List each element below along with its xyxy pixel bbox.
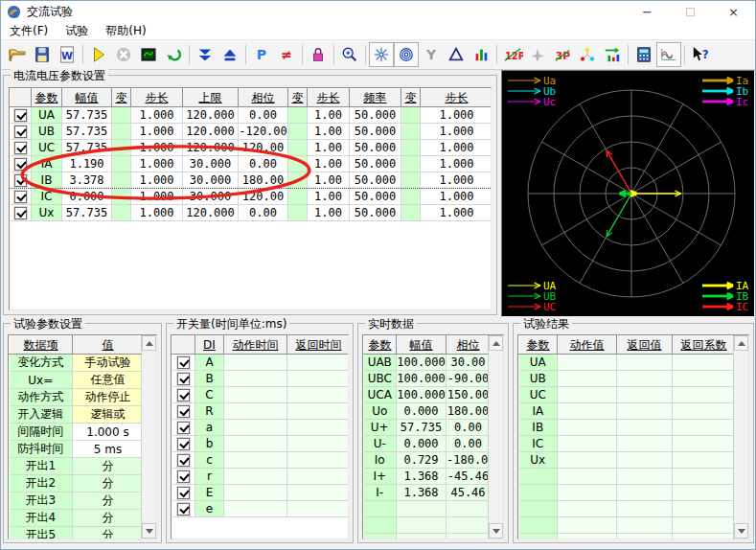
lock-button[interactable] [306, 42, 331, 67]
rays-view-button[interactable] [369, 42, 394, 67]
cell-step3[interactable]: 1.000 [421, 189, 493, 205]
row-checkbox[interactable] [14, 207, 27, 219]
cell-setting-value[interactable]: 5 ms [73, 441, 144, 458]
step-down-button[interactable] [193, 42, 218, 67]
cell-vary3[interactable] [401, 189, 421, 205]
cell-vary2[interactable] [288, 205, 308, 221]
cell-phase[interactable]: 0.00 [239, 156, 288, 172]
cell-frequency[interactable]: 50.000 [350, 189, 401, 205]
scroll-up-button[interactable] [734, 335, 748, 351]
row-checkbox[interactable] [177, 356, 190, 369]
p-marker-button[interactable]: P [249, 42, 274, 67]
cell-frequency[interactable]: 50.000 [350, 172, 401, 189]
menu-file[interactable]: 文件(F) [1, 22, 57, 40]
cell-step1[interactable]: 1.000 [131, 140, 183, 156]
cell-setting-value[interactable]: 手动试验 [73, 355, 144, 372]
save-button[interactable] [30, 42, 55, 67]
cell-setting-value[interactable]: 分 [73, 527, 144, 540]
cell-step1[interactable]: 1.000 [131, 107, 183, 124]
scroll-down-button[interactable] [489, 523, 503, 539]
cell-step2[interactable]: 1.00 [308, 172, 350, 189]
waveform-button[interactable] [656, 42, 681, 67]
cell-step1[interactable]: 1.000 [131, 156, 183, 172]
cell-step2[interactable]: 1.00 [308, 156, 350, 172]
display-button[interactable] [136, 42, 161, 67]
cell-phase[interactable]: -120.00 [239, 124, 288, 140]
cell-setting-value[interactable]: 分 [73, 493, 144, 510]
cell-setting-value[interactable]: 分 [73, 510, 144, 527]
row-checkbox[interactable] [177, 470, 190, 483]
cell-limit[interactable]: 30.000 [183, 156, 239, 172]
cell-amplitude[interactable]: 57.735 [62, 107, 112, 124]
cell-vary3[interactable] [401, 156, 421, 172]
close-button[interactable]: × [712, 1, 755, 22]
row-checkbox[interactable] [14, 191, 27, 203]
cell-vary3[interactable] [401, 205, 421, 221]
row-checkbox[interactable] [14, 126, 27, 138]
three-p-button[interactable]: 3P [550, 42, 575, 67]
cell-step2[interactable]: 1.00 [308, 205, 350, 221]
delta-connection-button[interactable] [444, 42, 469, 67]
scroll-down-button[interactable] [734, 523, 748, 539]
start-test-button[interactable] [86, 42, 111, 67]
cell-phase[interactable]: 120.00 [239, 140, 288, 156]
cell-frequency[interactable]: 50.000 [350, 205, 401, 221]
scroll-up-button[interactable] [489, 335, 503, 351]
cell-vary1[interactable] [112, 124, 131, 140]
cell-step3[interactable]: 1.000 [421, 156, 493, 172]
cell-vary1[interactable] [112, 205, 131, 221]
cell-step3[interactable]: 1.000 [421, 107, 493, 124]
row-checkbox[interactable] [14, 109, 27, 122]
cell-frequency[interactable]: 50.000 [350, 140, 401, 156]
cell-step1[interactable]: 1.000 [131, 172, 183, 189]
undo-button[interactable] [161, 42, 186, 67]
cell-setting-value[interactable]: 1.000 s [73, 424, 144, 441]
cell-phase[interactable]: 180.00 [239, 172, 288, 189]
row-checkbox[interactable] [177, 438, 190, 450]
cell-vary1[interactable] [112, 140, 131, 156]
cell-vary3[interactable] [401, 124, 421, 140]
cell-step1[interactable]: 1.000 [131, 189, 183, 205]
cell-phase[interactable]: 0.00 [239, 107, 288, 124]
cell-amplitude[interactable]: 57.735 [62, 140, 112, 156]
cell-vary3[interactable] [401, 107, 421, 124]
zoom-button[interactable] [337, 42, 362, 67]
cell-frequency[interactable]: 50.000 [350, 156, 401, 172]
vector-dots-button[interactable] [575, 42, 600, 67]
twelve-p-button[interactable]: 12P [500, 42, 525, 67]
step-up-button[interactable] [218, 42, 242, 67]
cell-setting-value[interactable]: 任意值 [73, 372, 144, 389]
cell-step3[interactable]: 1.000 [421, 172, 493, 189]
bar-chart-button[interactable] [469, 42, 493, 67]
cell-limit[interactable]: 120.000 [183, 205, 239, 221]
row-checkbox[interactable] [177, 487, 190, 499]
cell-vary2[interactable] [288, 140, 308, 156]
cell-vary2[interactable] [288, 156, 308, 172]
row-checkbox[interactable] [177, 422, 190, 434]
help-button[interactable]: ? [688, 42, 713, 67]
row-checkbox[interactable] [14, 142, 27, 154]
cell-step2[interactable]: 1.00 [308, 140, 350, 156]
cell-amplitude[interactable]: 1.190 [62, 156, 112, 172]
cell-limit[interactable]: 120.000 [183, 107, 239, 124]
row-checkbox[interactable] [14, 158, 27, 171]
scroll-up-button[interactable] [142, 335, 156, 351]
cell-limit[interactable]: 120.000 [183, 124, 239, 140]
cell-vary2[interactable] [288, 124, 308, 140]
cell-vary1[interactable] [112, 156, 131, 172]
cell-vary1[interactable] [112, 172, 131, 189]
menu-test[interactable]: 试验 [57, 22, 97, 40]
cell-vary1[interactable] [112, 189, 131, 205]
scrollbar[interactable] [488, 335, 503, 539]
export-word-button[interactable]: W [55, 42, 80, 67]
cell-vary3[interactable] [401, 140, 421, 156]
cell-phase[interactable]: 120.00 [239, 189, 288, 205]
row-checkbox[interactable] [177, 503, 190, 516]
cell-frequency[interactable]: 50.000 [350, 124, 401, 140]
cell-step2[interactable]: 1.00 [308, 189, 350, 205]
concentric-view-button[interactable] [394, 42, 419, 67]
cell-step1[interactable]: 1.000 [131, 124, 183, 140]
open-button[interactable] [5, 42, 30, 67]
cell-vary2[interactable] [288, 172, 308, 189]
cell-setting-value[interactable]: 分 [73, 475, 144, 493]
